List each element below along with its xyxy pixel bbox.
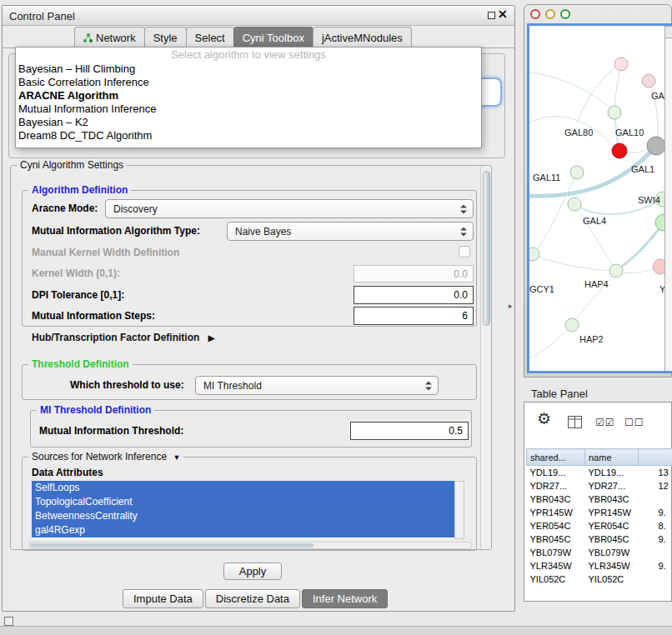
panel-corner-icon[interactable]: [4, 617, 13, 626]
aracne-mode-value: Discovery: [113, 203, 158, 215]
algorithm-option[interactable]: ARACNE Algorithm: [16, 89, 481, 102]
table-panel-title: Table Panel: [531, 388, 588, 400]
expand-right-arrow-icon[interactable]: ▶: [208, 333, 215, 342]
settings-scrollbar-thumb[interactable]: [483, 171, 490, 326]
network-node[interactable]: [653, 259, 664, 274]
table-row[interactable]: YBR043CYBR043C: [527, 492, 672, 506]
algorithm-option[interactable]: Mutual Information Inference: [16, 102, 481, 116]
network-node[interactable]: [608, 106, 621, 119]
attribute-item[interactable]: SelfLoops: [32, 481, 454, 495]
kernel-width-label: Kernel Width (0,1):: [32, 268, 120, 279]
table-row[interactable]: YER054CYER054C8.: [527, 519, 672, 532]
network-node[interactable]: [570, 166, 584, 179]
column-header-name[interactable]: name: [585, 449, 639, 466]
attribute-item[interactable]: BetweennessCentrality: [32, 509, 454, 523]
threshold-definition-label: Threshold Definition: [28, 358, 133, 370]
network-node[interactable]: [647, 137, 664, 155]
panel-splitter-arrow-icon[interactable]: ▸: [509, 302, 513, 310]
network-scrollbar[interactable]: [664, 26, 672, 371]
tab-label: jActiveMNodules: [322, 32, 403, 44]
tab-jactivemnodules[interactable]: jActiveMNodules: [313, 27, 412, 48]
table-cell: YIL052C: [585, 572, 639, 586]
network-node[interactable]: [655, 214, 664, 231]
tab-select[interactable]: Select: [186, 27, 234, 48]
table-row[interactable]: YBL079WYBL079W: [527, 546, 672, 559]
window-zoom-button[interactable]: [560, 9, 570, 19]
network-canvas-svg[interactable]: GAL8GAL80GAL10GAL11GAL1SWI4GAL4GCY1HAP4Y…: [529, 26, 664, 371]
algorithm-definition-label: Algorithm Definition: [28, 184, 131, 196]
table-row[interactable]: YPR145WYPR145W9.: [527, 506, 672, 519]
float-window-icon[interactable]: [488, 12, 495, 19]
control-panel-titlebar[interactable]: [3, 6, 514, 26]
network-node[interactable]: [568, 198, 581, 211]
deselect-all-checkboxes-icon[interactable]: ☐☐: [624, 417, 644, 428]
table-cell: 13: [639, 466, 672, 479]
collapse-down-arrow-icon[interactable]: ▼: [173, 453, 180, 462]
network-node-label: GAL11: [533, 172, 560, 182]
manual-kernel-checkbox[interactable]: [459, 246, 470, 258]
network-node[interactable]: [614, 58, 628, 71]
table-cell: YBR045C: [527, 532, 585, 546]
table-cell: YBR045C: [585, 532, 639, 546]
table-cell: YDL19...: [585, 466, 639, 479]
dpi-tolerance-input[interactable]: 0.0: [354, 286, 474, 304]
table-cell: YDR27...: [527, 479, 585, 492]
mi-threshold-input[interactable]: 0.5: [350, 422, 469, 440]
network-node[interactable]: [612, 143, 627, 158]
algorithm-option[interactable]: Bayesian – Hill Climbing: [16, 62, 481, 76]
apply-button[interactable]: Apply: [223, 562, 282, 580]
aracne-mode-select[interactable]: Discovery: [105, 199, 474, 218]
which-threshold-select[interactable]: MI Threshold: [195, 376, 439, 395]
network-canvas[interactable]: GAL8GAL80GAL10GAL11GAL1SWI4GAL4GCY1HAP4Y…: [527, 23, 672, 373]
tab-discretize-data[interactable]: Discretize Data: [205, 589, 300, 608]
network-node[interactable]: [565, 318, 579, 332]
hub-definition-toggle[interactable]: Hub/Transcription Factor Definition ▶: [32, 332, 214, 343]
settings-scrollbar[interactable]: [480, 167, 491, 548]
columns-icon[interactable]: [568, 416, 582, 428]
mi-type-label: Mutual Information Algorithm Type:: [32, 225, 200, 237]
network-node-label: HAP4: [584, 279, 609, 289]
window-minimize-button[interactable]: [545, 9, 555, 19]
table-row[interactable]: YIL052CYIL052C: [527, 572, 672, 586]
close-icon[interactable]: ✕: [498, 8, 508, 21]
network-node-label: GAL8: [651, 91, 664, 101]
table-row[interactable]: YDR27...YDR27...12: [527, 479, 672, 492]
mi-threshold-definition-label: MI Threshold Definition: [37, 404, 154, 416]
table-cell: [639, 546, 672, 559]
mi-steps-input[interactable]: 6: [354, 307, 474, 325]
horizontal-scrollbar-thumb[interactable]: [30, 543, 313, 548]
table-cell: YIL052C: [527, 572, 585, 586]
tab-style[interactable]: Style: [144, 27, 187, 48]
sources-group-label[interactable]: Sources for Network Inference ▼: [28, 451, 183, 462]
algorithm-option[interactable]: Dream8 DC_TDC Algorithm: [16, 129, 481, 142]
tab-cyni-toolbox[interactable]: Cyni Toolbox: [233, 27, 313, 48]
gear-icon[interactable]: ⚙: [537, 411, 551, 427]
table-cell: YLR345W: [585, 559, 639, 572]
column-header-shared[interactable]: shared...: [527, 449, 585, 466]
tab-network[interactable]: Network: [74, 27, 145, 48]
network-node[interactable]: [529, 248, 539, 261]
algorithm-option[interactable]: Bayesian – K2: [16, 116, 481, 129]
network-node[interactable]: [642, 74, 655, 88]
tab-infer-network[interactable]: Infer Network: [302, 589, 388, 608]
algorithm-option[interactable]: Basic Correlation Inference: [16, 76, 481, 89]
which-threshold-label: Which threshold to use:: [70, 379, 184, 391]
attributes-vertical-scrollbar[interactable]: [454, 481, 464, 539]
attributes-horizontal-scrollbar[interactable]: [28, 542, 472, 549]
network-node[interactable]: [609, 264, 623, 278]
column-header-extra[interactable]: [639, 449, 672, 466]
window-close-button[interactable]: [530, 9, 540, 19]
table-row[interactable]: YDL19...YDL19...13: [527, 466, 672, 479]
table-row[interactable]: YLR345WYLR345W9.: [527, 559, 672, 572]
tab-impute-data[interactable]: Impute Data: [123, 589, 203, 608]
select-all-checkboxes-icon[interactable]: ☑☑: [595, 417, 615, 428]
attribute-item[interactable]: gal4RGexp: [32, 523, 454, 538]
data-attributes-list[interactable]: SelfLoopsTopologicalCoefficientBetweenne…: [32, 481, 454, 539]
mi-type-select[interactable]: Naive Bayes: [227, 222, 474, 241]
table-row[interactable]: YBR045CYBR045C9.: [527, 532, 672, 546]
network-scroll-button[interactable]: [664, 26, 672, 38]
table-cell: [639, 572, 672, 586]
attribute-item[interactable]: TopologicalCoefficient: [32, 495, 454, 509]
table-cell: YDR27...: [585, 479, 639, 492]
table-cell: [639, 492, 672, 506]
